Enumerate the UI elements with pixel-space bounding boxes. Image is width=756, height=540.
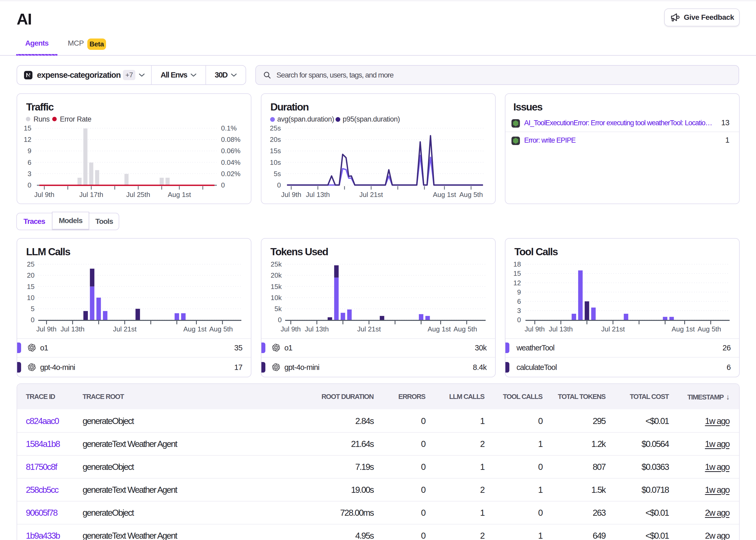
svg-text:Aug 1st: Aug 1st [433, 191, 456, 199]
svg-text:Jul 13th: Jul 13th [549, 325, 573, 333]
svg-text:Jul 25th: Jul 25th [126, 191, 150, 199]
svg-text:6: 6 [517, 297, 521, 305]
svg-text:Aug 5th: Aug 5th [459, 191, 483, 199]
svg-text:0.1%: 0.1% [221, 124, 236, 132]
svg-text:Jul 13th: Jul 13th [61, 325, 84, 333]
svg-text:Jul 21st: Jul 21st [601, 325, 625, 333]
svg-text:15: 15 [513, 269, 521, 277]
svg-text:12: 12 [513, 279, 521, 287]
svg-text:0.06%: 0.06% [221, 147, 240, 155]
svg-text:Jul 21st: Jul 21st [113, 325, 137, 333]
svg-text:Jul 9th: Jul 9th [525, 325, 545, 333]
svg-text:5k: 5k [275, 305, 282, 313]
svg-text:Jul 17th: Jul 17th [79, 191, 103, 199]
svg-text:Aug 5th: Aug 5th [697, 325, 721, 333]
svg-text:Aug 5th: Aug 5th [209, 325, 233, 333]
svg-text:Aug 1st: Aug 1st [428, 325, 451, 333]
svg-text:25k: 25k [271, 260, 282, 268]
svg-text:0: 0 [278, 316, 282, 324]
svg-text:0: 0 [31, 316, 35, 324]
svg-text:10: 10 [27, 294, 35, 302]
svg-text:3: 3 [28, 170, 31, 178]
svg-text:0.04%: 0.04% [221, 159, 240, 166]
svg-text:15: 15 [27, 283, 35, 291]
svg-text:0: 0 [517, 316, 521, 324]
svg-text:Jul 13th: Jul 13th [305, 325, 329, 333]
svg-text:Aug 1st: Aug 1st [672, 325, 695, 333]
svg-text:9: 9 [28, 147, 31, 155]
svg-text:Jul 13th: Jul 13th [306, 191, 330, 199]
svg-text:Jul 9th: Jul 9th [281, 191, 302, 199]
svg-text:12: 12 [24, 136, 31, 143]
svg-text:Jul 9th: Jul 9th [36, 325, 57, 333]
svg-text:25: 25 [27, 260, 35, 268]
svg-text:15s: 15s [270, 147, 281, 155]
svg-text:Jul 21st: Jul 21st [359, 191, 383, 199]
svg-text:0: 0 [221, 181, 225, 189]
svg-text:6: 6 [28, 159, 31, 166]
svg-text:0: 0 [277, 181, 281, 189]
svg-text:5s: 5s [274, 170, 281, 178]
svg-text:10k: 10k [271, 294, 282, 302]
svg-text:9: 9 [517, 288, 521, 296]
svg-text:0: 0 [28, 181, 31, 189]
svg-text:20: 20 [27, 271, 35, 279]
svg-text:Aug 1st: Aug 1st [183, 325, 207, 333]
svg-text:15k: 15k [271, 283, 282, 291]
svg-text:5: 5 [31, 305, 35, 313]
svg-text:15: 15 [24, 124, 31, 132]
svg-text:10s: 10s [270, 159, 281, 166]
svg-text:Aug 1st: Aug 1st [168, 191, 191, 199]
svg-text:18: 18 [513, 260, 521, 268]
svg-text:Aug 5th: Aug 5th [453, 325, 477, 333]
svg-text:0.02%: 0.02% [221, 170, 240, 178]
svg-text:Jul 9th: Jul 9th [281, 325, 301, 333]
svg-text:3: 3 [517, 307, 521, 315]
svg-text:20k: 20k [271, 271, 282, 279]
svg-text:0.08%: 0.08% [221, 136, 240, 143]
svg-text:Jul 9th: Jul 9th [34, 191, 55, 199]
svg-text:Jul 21st: Jul 21st [357, 325, 381, 333]
svg-text:25s: 25s [270, 124, 281, 132]
svg-text:20s: 20s [270, 136, 281, 143]
